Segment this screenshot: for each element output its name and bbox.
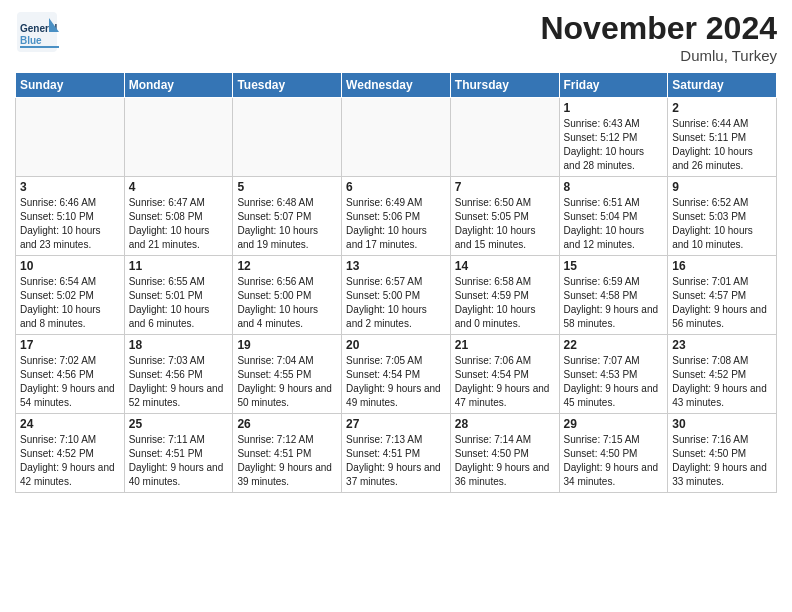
day-number: 6 bbox=[346, 180, 446, 194]
calendar-cell: 28Sunrise: 7:14 AMSunset: 4:50 PMDayligh… bbox=[450, 414, 559, 493]
day-info: Sunrise: 7:16 AMSunset: 4:50 PMDaylight:… bbox=[672, 433, 772, 489]
day-number: 21 bbox=[455, 338, 555, 352]
day-info: Sunrise: 7:04 AMSunset: 4:55 PMDaylight:… bbox=[237, 354, 337, 410]
calendar-cell: 11Sunrise: 6:55 AMSunset: 5:01 PMDayligh… bbox=[124, 256, 233, 335]
day-number: 12 bbox=[237, 259, 337, 273]
day-info: Sunrise: 7:10 AMSunset: 4:52 PMDaylight:… bbox=[20, 433, 120, 489]
calendar-cell: 8Sunrise: 6:51 AMSunset: 5:04 PMDaylight… bbox=[559, 177, 668, 256]
title-section: November 2024 Dumlu, Turkey bbox=[540, 10, 777, 64]
day-number: 1 bbox=[564, 101, 664, 115]
svg-text:Blue: Blue bbox=[20, 35, 42, 46]
calendar-table: Sunday Monday Tuesday Wednesday Thursday… bbox=[15, 72, 777, 493]
day-info: Sunrise: 7:02 AMSunset: 4:56 PMDaylight:… bbox=[20, 354, 120, 410]
day-info: Sunrise: 7:14 AMSunset: 4:50 PMDaylight:… bbox=[455, 433, 555, 489]
col-tuesday: Tuesday bbox=[233, 73, 342, 98]
day-number: 18 bbox=[129, 338, 229, 352]
day-number: 2 bbox=[672, 101, 772, 115]
col-saturday: Saturday bbox=[668, 73, 777, 98]
calendar-cell: 26Sunrise: 7:12 AMSunset: 4:51 PMDayligh… bbox=[233, 414, 342, 493]
day-number: 30 bbox=[672, 417, 772, 431]
calendar-cell: 4Sunrise: 6:47 AMSunset: 5:08 PMDaylight… bbox=[124, 177, 233, 256]
day-info: Sunrise: 6:51 AMSunset: 5:04 PMDaylight:… bbox=[564, 196, 664, 252]
day-number: 7 bbox=[455, 180, 555, 194]
calendar-cell: 18Sunrise: 7:03 AMSunset: 4:56 PMDayligh… bbox=[124, 335, 233, 414]
calendar-cell: 20Sunrise: 7:05 AMSunset: 4:54 PMDayligh… bbox=[342, 335, 451, 414]
calendar-cell: 16Sunrise: 7:01 AMSunset: 4:57 PMDayligh… bbox=[668, 256, 777, 335]
calendar-cell: 24Sunrise: 7:10 AMSunset: 4:52 PMDayligh… bbox=[16, 414, 125, 493]
col-wednesday: Wednesday bbox=[342, 73, 451, 98]
day-info: Sunrise: 7:03 AMSunset: 4:56 PMDaylight:… bbox=[129, 354, 229, 410]
day-info: Sunrise: 7:12 AMSunset: 4:51 PMDaylight:… bbox=[237, 433, 337, 489]
calendar-cell: 13Sunrise: 6:57 AMSunset: 5:00 PMDayligh… bbox=[342, 256, 451, 335]
day-info: Sunrise: 6:47 AMSunset: 5:08 PMDaylight:… bbox=[129, 196, 229, 252]
day-info: Sunrise: 6:57 AMSunset: 5:00 PMDaylight:… bbox=[346, 275, 446, 331]
col-friday: Friday bbox=[559, 73, 668, 98]
calendar-cell bbox=[233, 98, 342, 177]
day-info: Sunrise: 6:58 AMSunset: 4:59 PMDaylight:… bbox=[455, 275, 555, 331]
day-info: Sunrise: 7:08 AMSunset: 4:52 PMDaylight:… bbox=[672, 354, 772, 410]
calendar-cell: 25Sunrise: 7:11 AMSunset: 4:51 PMDayligh… bbox=[124, 414, 233, 493]
day-info: Sunrise: 6:46 AMSunset: 5:10 PMDaylight:… bbox=[20, 196, 120, 252]
day-number: 26 bbox=[237, 417, 337, 431]
calendar-header-row: Sunday Monday Tuesday Wednesday Thursday… bbox=[16, 73, 777, 98]
calendar-cell: 3Sunrise: 6:46 AMSunset: 5:10 PMDaylight… bbox=[16, 177, 125, 256]
calendar-cell bbox=[16, 98, 125, 177]
calendar-cell: 2Sunrise: 6:44 AMSunset: 5:11 PMDaylight… bbox=[668, 98, 777, 177]
day-info: Sunrise: 6:44 AMSunset: 5:11 PMDaylight:… bbox=[672, 117, 772, 173]
day-number: 14 bbox=[455, 259, 555, 273]
col-sunday: Sunday bbox=[16, 73, 125, 98]
day-number: 9 bbox=[672, 180, 772, 194]
day-info: Sunrise: 6:59 AMSunset: 4:58 PMDaylight:… bbox=[564, 275, 664, 331]
day-info: Sunrise: 7:13 AMSunset: 4:51 PMDaylight:… bbox=[346, 433, 446, 489]
calendar-week-row: 1Sunrise: 6:43 AMSunset: 5:12 PMDaylight… bbox=[16, 98, 777, 177]
day-info: Sunrise: 6:49 AMSunset: 5:06 PMDaylight:… bbox=[346, 196, 446, 252]
day-number: 16 bbox=[672, 259, 772, 273]
day-info: Sunrise: 6:54 AMSunset: 5:02 PMDaylight:… bbox=[20, 275, 120, 331]
calendar-cell bbox=[450, 98, 559, 177]
day-number: 28 bbox=[455, 417, 555, 431]
logo: General Blue bbox=[15, 10, 65, 58]
day-number: 11 bbox=[129, 259, 229, 273]
col-monday: Monday bbox=[124, 73, 233, 98]
day-number: 17 bbox=[20, 338, 120, 352]
day-number: 29 bbox=[564, 417, 664, 431]
day-number: 4 bbox=[129, 180, 229, 194]
day-info: Sunrise: 7:07 AMSunset: 4:53 PMDaylight:… bbox=[564, 354, 664, 410]
day-number: 27 bbox=[346, 417, 446, 431]
calendar-cell: 29Sunrise: 7:15 AMSunset: 4:50 PMDayligh… bbox=[559, 414, 668, 493]
calendar-cell: 10Sunrise: 6:54 AMSunset: 5:02 PMDayligh… bbox=[16, 256, 125, 335]
day-number: 5 bbox=[237, 180, 337, 194]
col-thursday: Thursday bbox=[450, 73, 559, 98]
calendar-cell: 15Sunrise: 6:59 AMSunset: 4:58 PMDayligh… bbox=[559, 256, 668, 335]
calendar-week-row: 10Sunrise: 6:54 AMSunset: 5:02 PMDayligh… bbox=[16, 256, 777, 335]
day-info: Sunrise: 7:01 AMSunset: 4:57 PMDaylight:… bbox=[672, 275, 772, 331]
calendar-week-row: 17Sunrise: 7:02 AMSunset: 4:56 PMDayligh… bbox=[16, 335, 777, 414]
calendar-cell: 19Sunrise: 7:04 AMSunset: 4:55 PMDayligh… bbox=[233, 335, 342, 414]
calendar-cell: 9Sunrise: 6:52 AMSunset: 5:03 PMDaylight… bbox=[668, 177, 777, 256]
day-info: Sunrise: 6:48 AMSunset: 5:07 PMDaylight:… bbox=[237, 196, 337, 252]
day-info: Sunrise: 6:55 AMSunset: 5:01 PMDaylight:… bbox=[129, 275, 229, 331]
day-number: 8 bbox=[564, 180, 664, 194]
day-number: 19 bbox=[237, 338, 337, 352]
page: General Blue November 2024 Dumlu, Turkey… bbox=[0, 0, 792, 612]
logo-icon: General Blue bbox=[15, 10, 59, 54]
calendar-week-row: 3Sunrise: 6:46 AMSunset: 5:10 PMDaylight… bbox=[16, 177, 777, 256]
day-number: 24 bbox=[20, 417, 120, 431]
calendar-cell: 12Sunrise: 6:56 AMSunset: 5:00 PMDayligh… bbox=[233, 256, 342, 335]
day-info: Sunrise: 7:05 AMSunset: 4:54 PMDaylight:… bbox=[346, 354, 446, 410]
calendar-cell: 23Sunrise: 7:08 AMSunset: 4:52 PMDayligh… bbox=[668, 335, 777, 414]
day-number: 25 bbox=[129, 417, 229, 431]
day-number: 22 bbox=[564, 338, 664, 352]
day-number: 15 bbox=[564, 259, 664, 273]
day-info: Sunrise: 6:50 AMSunset: 5:05 PMDaylight:… bbox=[455, 196, 555, 252]
calendar-cell: 22Sunrise: 7:07 AMSunset: 4:53 PMDayligh… bbox=[559, 335, 668, 414]
calendar-cell: 7Sunrise: 6:50 AMSunset: 5:05 PMDaylight… bbox=[450, 177, 559, 256]
calendar-cell: 6Sunrise: 6:49 AMSunset: 5:06 PMDaylight… bbox=[342, 177, 451, 256]
calendar-week-row: 24Sunrise: 7:10 AMSunset: 4:52 PMDayligh… bbox=[16, 414, 777, 493]
calendar-cell bbox=[342, 98, 451, 177]
day-info: Sunrise: 7:11 AMSunset: 4:51 PMDaylight:… bbox=[129, 433, 229, 489]
day-number: 20 bbox=[346, 338, 446, 352]
day-number: 13 bbox=[346, 259, 446, 273]
day-info: Sunrise: 6:56 AMSunset: 5:00 PMDaylight:… bbox=[237, 275, 337, 331]
location: Dumlu, Turkey bbox=[540, 47, 777, 64]
